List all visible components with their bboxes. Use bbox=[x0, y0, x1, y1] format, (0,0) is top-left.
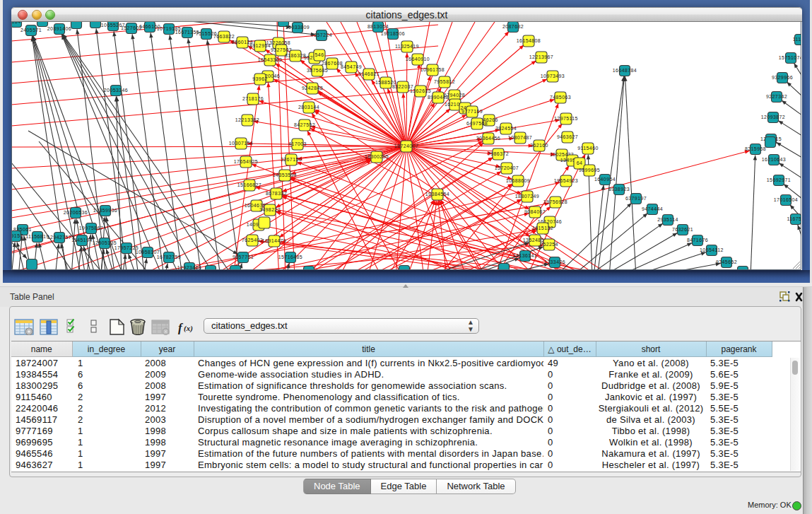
svg-text:3267150: 3267150 bbox=[281, 157, 302, 162]
svg-text:10307154: 10307154 bbox=[229, 141, 253, 146]
svg-text:1733426: 1733426 bbox=[544, 259, 565, 264]
svg-text:10958107: 10958107 bbox=[136, 250, 160, 255]
svg-text:19975867: 19975867 bbox=[79, 226, 103, 230]
svg-text:16543362: 16543362 bbox=[258, 57, 282, 62]
svg-text:8678332: 8678332 bbox=[266, 191, 287, 196]
svg-text:6497568: 6497568 bbox=[466, 121, 488, 126]
svg-text:9242848: 9242848 bbox=[302, 86, 323, 90]
svg-text:9474444: 9474444 bbox=[642, 206, 663, 211]
svg-text:2087682: 2087682 bbox=[502, 24, 524, 29]
svg-text:116753: 116753 bbox=[787, 216, 801, 221]
svg-text:19218506: 19218506 bbox=[381, 31, 405, 36]
svg-text:18807249: 18807249 bbox=[515, 194, 539, 199]
svg-text:19654923: 19654923 bbox=[554, 178, 578, 183]
svg-text:12942757: 12942757 bbox=[47, 235, 71, 240]
svg-text:12975115: 12975115 bbox=[554, 116, 578, 121]
svg-text:8471676: 8471676 bbox=[687, 238, 708, 243]
svg-text:9245652: 9245652 bbox=[716, 259, 737, 264]
svg-text:12213967: 12213967 bbox=[529, 54, 553, 59]
svg-text:9329966: 9329966 bbox=[772, 75, 793, 80]
svg-text:3498222: 3498222 bbox=[259, 207, 281, 212]
svg-text:252254: 252254 bbox=[540, 242, 558, 247]
svg-text:16782759: 16782759 bbox=[157, 255, 181, 259]
svg-text:9657791: 9657791 bbox=[233, 255, 254, 259]
svg-text:6379197: 6379197 bbox=[625, 196, 647, 201]
svg-text:9146821: 9146821 bbox=[358, 71, 379, 76]
svg-text:15751074: 15751074 bbox=[779, 55, 801, 60]
svg-text:2935114: 2935114 bbox=[657, 217, 678, 222]
svg-text:64: 64 bbox=[577, 160, 583, 165]
svg-text:16640910: 16640910 bbox=[406, 57, 430, 62]
svg-text:15720407: 15720407 bbox=[495, 165, 519, 170]
svg-text:7632621: 7632621 bbox=[672, 227, 693, 232]
svg-text:16154808: 16154808 bbox=[517, 38, 541, 43]
svg-text:19756928: 19756928 bbox=[543, 199, 567, 204]
svg-text:(x): (x) bbox=[184, 324, 193, 333]
svg-text:8813054: 8813054 bbox=[367, 24, 389, 29]
svg-text:9227342: 9227342 bbox=[766, 94, 787, 99]
svg-text:2803144: 2803144 bbox=[298, 105, 319, 110]
svg-text:17016504: 17016504 bbox=[774, 197, 798, 202]
svg-text:93962: 93962 bbox=[252, 76, 267, 81]
svg-text:8186328: 8186328 bbox=[285, 53, 306, 58]
svg-text:417003: 417003 bbox=[288, 141, 307, 146]
svg-text:3824554: 3824554 bbox=[495, 126, 517, 131]
svg-text:10807487: 10807487 bbox=[508, 135, 532, 140]
svg-text:9115460: 9115460 bbox=[577, 146, 599, 151]
svg-text:11156819: 11156819 bbox=[25, 234, 49, 239]
svg-text:18724007: 18724007 bbox=[394, 144, 418, 148]
svg-text:39157: 39157 bbox=[11, 233, 23, 238]
svg-text:12213382: 12213382 bbox=[235, 117, 259, 122]
svg-text:1640954: 1640954 bbox=[594, 177, 616, 182]
svg-text:12505135: 12505135 bbox=[93, 240, 117, 245]
svg-text:17654925: 17654925 bbox=[234, 159, 258, 164]
svg-text:19384554: 19384554 bbox=[425, 192, 449, 197]
svg-text:14136141: 14136141 bbox=[513, 253, 537, 258]
svg-text:10973493: 10973493 bbox=[541, 74, 565, 78]
svg-text:362160: 362160 bbox=[530, 143, 548, 148]
svg-text:20891406: 20891406 bbox=[47, 26, 71, 31]
svg-text:9084067: 9084067 bbox=[524, 209, 546, 214]
svg-text:18300295: 18300295 bbox=[365, 154, 389, 159]
svg-text:1145194: 1145194 bbox=[71, 238, 93, 243]
svg-text:17359936: 17359936 bbox=[93, 208, 117, 213]
svg-text:8938923: 8938923 bbox=[608, 187, 630, 192]
svg-text:20053346: 20053346 bbox=[104, 88, 128, 93]
svg-text:20206536: 20206536 bbox=[64, 210, 88, 215]
svg-text:9327503: 9327503 bbox=[271, 47, 292, 52]
svg-text:546: 546 bbox=[315, 52, 324, 57]
svg-text:10688609: 10688609 bbox=[506, 178, 530, 183]
svg-text:8215958: 8215958 bbox=[745, 146, 766, 151]
svg-text:16648784: 16648784 bbox=[613, 68, 637, 73]
svg-text:15716485: 15716485 bbox=[278, 255, 302, 259]
svg-text:2718176: 2718176 bbox=[242, 96, 264, 101]
svg-text:3875685: 3875685 bbox=[307, 68, 328, 73]
svg-text:16914479: 16914479 bbox=[262, 238, 286, 243]
svg-text:6794028: 6794028 bbox=[444, 93, 465, 98]
svg-text:8427552: 8427552 bbox=[294, 122, 315, 127]
svg-text:14353594: 14353594 bbox=[273, 173, 297, 177]
svg-text:7357224: 7357224 bbox=[311, 33, 332, 37]
svg-text:7986372: 7986372 bbox=[488, 151, 509, 156]
svg-text:16033809: 16033809 bbox=[286, 25, 310, 30]
svg-text:8454749: 8454749 bbox=[341, 64, 362, 69]
svg-text:15166827: 15166827 bbox=[237, 182, 261, 187]
svg-text:15692971: 15692971 bbox=[767, 177, 791, 182]
svg-text:20364456: 20364456 bbox=[476, 136, 500, 141]
svg-text:1615132: 1615132 bbox=[532, 226, 553, 230]
svg-text:12093872: 12093872 bbox=[761, 115, 785, 119]
svg-text:2867608: 2867608 bbox=[322, 61, 343, 66]
svg-text:11325419: 11325419 bbox=[395, 44, 419, 49]
svg-text:7485063: 7485063 bbox=[550, 95, 571, 100]
svg-text:10654112: 10654112 bbox=[700, 247, 724, 252]
svg-text:164: 164 bbox=[12, 22, 21, 24]
svg-text:9899695: 9899695 bbox=[579, 168, 600, 173]
svg-text:9777169: 9777169 bbox=[461, 109, 483, 114]
svg-text:2405571: 2405571 bbox=[20, 28, 42, 33]
svg-text:9463627: 9463627 bbox=[557, 134, 578, 139]
svg-text:7663822: 7663822 bbox=[213, 34, 235, 39]
svg-text:7955812: 7955812 bbox=[434, 79, 455, 84]
svg-text:7625402: 7625402 bbox=[242, 238, 263, 243]
svg-text:10961758: 10961758 bbox=[420, 67, 445, 72]
svg-text:11123: 11123 bbox=[793, 37, 801, 42]
